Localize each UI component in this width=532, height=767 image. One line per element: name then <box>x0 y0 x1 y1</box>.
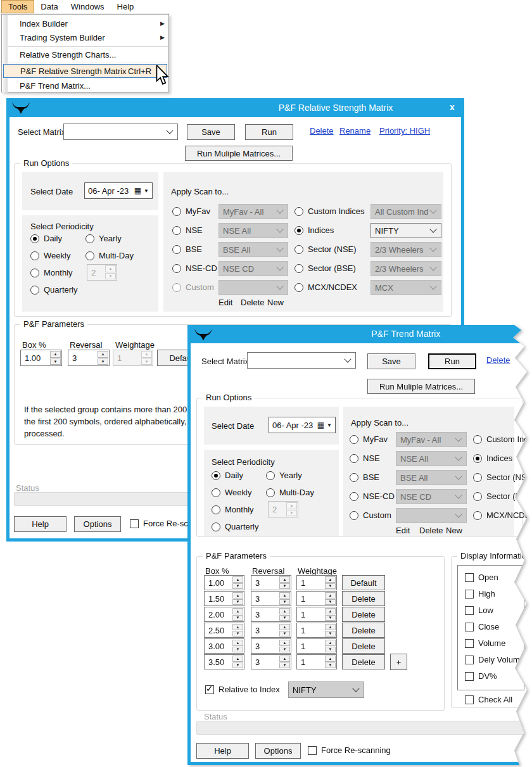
radio-nse[interactable]: NSE <box>350 453 380 463</box>
weightage-stepper[interactable]: 1▲▼ <box>296 607 337 622</box>
check-all-checkbox[interactable]: Check All <box>465 695 512 704</box>
delete-action[interactable]: Delete <box>419 526 443 535</box>
box-stepper[interactable]: 1.50▲▼ <box>204 591 244 606</box>
delete-row-button[interactable]: Delete <box>342 654 385 669</box>
box-stepper[interactable]: 3.50▲▼ <box>204 654 244 669</box>
reversal-stepper[interactable]: 3▲▼ <box>251 623 291 638</box>
box-stepper[interactable]: 2.50▲▼ <box>204 623 244 638</box>
menu-windows[interactable]: Windows <box>65 0 111 13</box>
spin-down-icon[interactable]: ▼ <box>232 631 243 637</box>
reversal-stepper[interactable]: 3▲▼ <box>251 638 291 654</box>
spin-up-icon[interactable]: ▲ <box>232 592 243 599</box>
radio-sector-nse[interactable]: Sector (NSE) <box>473 472 532 482</box>
radio-weekly[interactable]: Weekly <box>30 251 70 260</box>
radio-yearly[interactable]: Yearly <box>266 471 302 480</box>
delete-row-button[interactable]: Delete <box>342 638 385 654</box>
dv-percent-checkbox[interactable]: DV% <box>465 671 497 681</box>
spin-up-icon[interactable]: ▲ <box>325 640 336 646</box>
spin-down-icon[interactable]: ▼ <box>279 662 290 669</box>
spin-down-icon[interactable]: ▼ <box>98 358 108 365</box>
select-matrix-combobox[interactable] <box>247 352 356 369</box>
box-stepper[interactable]: 3.00▲▼ <box>204 638 244 654</box>
menu-data[interactable]: Data <box>34 0 64 13</box>
spin-up-icon[interactable]: ▲ <box>279 592 290 599</box>
radio-daily[interactable]: Daily <box>212 471 243 480</box>
rename-link[interactable]: Rename <box>339 126 370 136</box>
spin-down-icon[interactable]: ▼ <box>279 599 290 605</box>
edit-action[interactable]: Edit <box>396 526 410 535</box>
menu-item-pf-trend-matrix[interactable]: P&F Trend Matrix... <box>3 79 167 92</box>
spin-down-icon[interactable]: ▼ <box>232 599 243 605</box>
box-stepper[interactable]: 1.00▲▼ <box>20 350 62 366</box>
box-stepper[interactable]: 2.00▲▼ <box>204 607 244 622</box>
help-button[interactable]: Help <box>196 743 249 759</box>
radio-quarterly[interactable]: Quarterly <box>30 285 77 295</box>
spin-up-icon[interactable]: ▲ <box>325 592 336 599</box>
radio-multi-day[interactable]: Multi-Day <box>266 488 314 497</box>
new-action[interactable]: New <box>267 298 284 307</box>
options-button[interactable]: Options <box>255 743 301 759</box>
radio-myfav[interactable]: MyFav <box>350 434 388 444</box>
relative-to-index-checkbox[interactable]: Relative to Index <box>205 685 280 694</box>
volume-checkbox[interactable]: Volume <box>465 638 505 648</box>
spin-up-icon[interactable]: ▲ <box>325 656 336 662</box>
run-button[interactable]: Run <box>428 353 476 369</box>
radio-quarterly[interactable]: Quarterly <box>212 522 258 531</box>
select-matrix-combobox[interactable] <box>63 124 178 140</box>
spin-up-icon[interactable]: ▲ <box>325 624 336 630</box>
run-multiple-matrices-button[interactable]: Run Muliple Matrices... <box>185 146 293 161</box>
spin-down-icon[interactable]: ▼ <box>279 631 290 637</box>
spin-down-icon[interactable]: ▼ <box>325 647 336 653</box>
spin-up-icon[interactable]: ▲ <box>50 351 61 358</box>
spin-down-icon[interactable]: ▼ <box>325 583 336 590</box>
close-icon[interactable]: x <box>450 102 455 112</box>
box-stepper[interactable]: 1.00▲▼ <box>204 575 244 590</box>
save-button[interactable]: Save <box>187 124 235 140</box>
spin-down-icon[interactable]: ▼ <box>232 615 243 621</box>
spin-up-icon[interactable]: ▲ <box>232 576 243 583</box>
indices-combobox[interactable]: NIFTY <box>370 223 441 238</box>
delete-row-button[interactable]: Delete <box>342 591 385 606</box>
spin-down-icon[interactable]: ▼ <box>232 662 243 669</box>
spin-down-icon[interactable]: ▼ <box>325 631 336 637</box>
reversal-stepper[interactable]: 3▲▼ <box>251 654 291 669</box>
add-row-button[interactable]: + <box>390 654 407 670</box>
menu-item-trading-system-builder[interactable]: Trading System Builder ▶ <box>3 30 167 44</box>
spin-down-icon[interactable]: ▼ <box>232 583 243 590</box>
radio-weekly[interactable]: Weekly <box>212 488 251 497</box>
spin-up-icon[interactable]: ▲ <box>232 608 243 614</box>
delete-link[interactable]: Delete <box>310 126 334 136</box>
weightage-stepper[interactable]: 1▲▼ <box>296 654 337 669</box>
delete-action[interactable]: Delete <box>241 298 265 307</box>
weightage-stepper[interactable]: 1▲▼ <box>296 575 337 590</box>
radio-daily[interactable]: Daily <box>30 234 62 243</box>
menu-item-index-builder[interactable]: Index Builder ▶ <box>3 16 167 30</box>
menu-help[interactable]: Help <box>111 0 141 13</box>
radio-bse[interactable]: BSE <box>350 472 379 482</box>
radio-nse-cd[interactable]: NSE-CD <box>350 491 395 501</box>
date-picker[interactable]: 06- Apr -23 ▦ ▼ <box>84 182 153 199</box>
spin-up-icon[interactable]: ▲ <box>98 351 108 358</box>
spin-up-icon[interactable]: ▲ <box>232 640 243 646</box>
run-button[interactable]: Run <box>245 124 293 140</box>
spin-up-icon[interactable]: ▲ <box>279 656 290 662</box>
spin-up-icon[interactable]: ▲ <box>232 624 243 630</box>
priority-link[interactable]: Priority: HIGH <box>379 126 430 136</box>
spin-up-icon[interactable]: ▲ <box>279 576 290 583</box>
radio-myfav[interactable]: MyFav <box>172 206 210 216</box>
radio-yearly[interactable]: Yearly <box>86 234 122 243</box>
new-action[interactable]: New <box>446 526 462 535</box>
radio-nse-cd[interactable]: NSE-CD <box>172 263 217 273</box>
radio-indices[interactable]: Indices <box>473 453 512 463</box>
spin-up-icon[interactable]: ▲ <box>279 640 290 646</box>
spin-up-icon[interactable]: ▲ <box>325 576 336 583</box>
delete-row-button[interactable]: Delete <box>342 607 385 622</box>
menu-tools[interactable]: Tools <box>1 0 34 13</box>
date-picker[interactable]: 06- Apr -23 ▦ ▼ <box>269 417 336 433</box>
spin-down-icon[interactable]: ▼ <box>279 615 290 621</box>
radio-multi-day[interactable]: Multi-Day <box>86 251 134 260</box>
radio-monthly[interactable]: Monthly <box>30 268 73 277</box>
radio-mcx-ncdex[interactable]: MCX/NCDEX <box>294 282 357 292</box>
spin-down-icon[interactable]: ▼ <box>50 358 61 365</box>
help-button[interactable]: Help <box>14 516 66 532</box>
